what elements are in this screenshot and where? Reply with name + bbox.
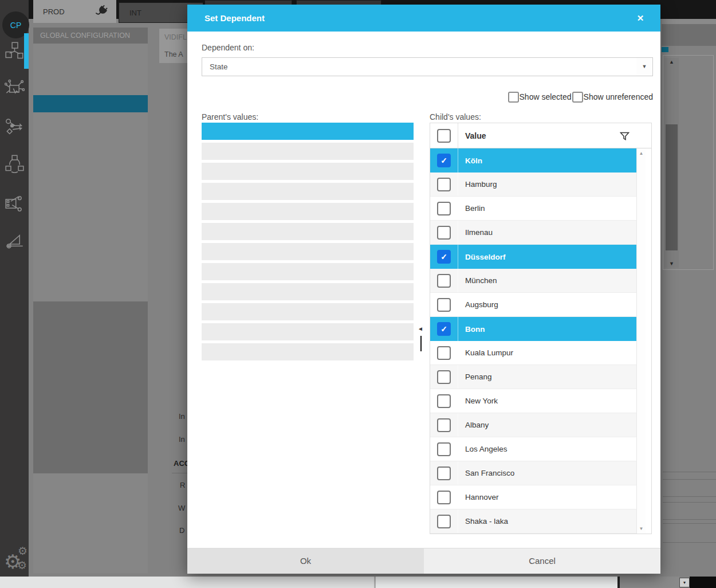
parent-value-item[interactable] [202,303,414,320]
parent-value-item[interactable] [202,163,414,180]
row-checkbox[interactable] [437,346,451,360]
sidebar-item[interactable] [33,164,148,181]
child-value-row[interactable]: Los Angeles [430,437,636,461]
row-checkbox[interactable] [437,178,451,191]
row-checkbox[interactable] [437,322,451,336]
child-value-row[interactable]: Augsburg [430,293,636,317]
background-scrollbar[interactable]: ▲ ▼ [664,58,679,268]
ok-button[interactable]: Ok [187,548,424,574]
row-checkbox-cell[interactable] [430,173,458,196]
sidebar-item[interactable] [33,233,148,250]
parent-value-item[interactable] [202,143,414,160]
sidebar-item[interactable] [33,95,148,112]
sidebar-item[interactable] [33,198,148,215]
sidebar-section[interactable] [33,430,148,445]
child-value-row[interactable]: Ilmenau [430,221,636,245]
parent-value-item[interactable] [202,183,414,200]
row-checkbox[interactable] [437,515,451,528]
row-checkbox-cell[interactable] [430,245,458,269]
child-value-row[interactable]: München [430,269,636,293]
sidebar-item[interactable] [33,130,148,147]
sidebar-item[interactable] [33,44,148,61]
table-scrollbar[interactable]: ▲ ▼ [636,148,646,534]
measure-tools-icon[interactable] [5,230,25,250]
sidebar-section[interactable] [33,445,148,459]
media-edit-icon[interactable] [5,194,25,214]
bottom-filter-button[interactable]: ▾ [679,578,690,587]
row-checkbox-cell[interactable] [430,341,458,364]
assets-cubes-icon[interactable] [5,41,25,61]
sidebar-item[interactable] [33,147,148,164]
row-checkbox[interactable] [437,442,451,456]
row-checkbox-cell[interactable] [430,148,458,173]
row-checkbox[interactable] [437,202,451,215]
show-selected-checkbox[interactable] [508,92,519,103]
child-value-row[interactable]: Düsseldorf [430,245,636,269]
scroll-up-icon[interactable]: ▲ [637,151,646,156]
sidebar-section[interactable] [33,402,148,416]
sidebar-section[interactable] [33,416,148,430]
sidebar-section[interactable] [33,459,148,473]
sidebar-section[interactable] [33,301,148,316]
row-checkbox[interactable] [437,154,451,167]
filter-funnel-icon[interactable] [620,132,630,143]
sidebar-item[interactable] [33,250,148,267]
sidebar-item[interactable] [33,284,148,301]
dependent-on-dropdown[interactable]: State ▼ [202,57,653,76]
child-value-row[interactable]: Hamburg [430,173,636,197]
row-checkbox-cell[interactable] [430,293,458,316]
child-value-row[interactable]: Bonn [430,317,636,341]
parent-value-item[interactable] [202,223,414,240]
row-checkbox[interactable] [437,226,451,240]
tab-prod[interactable]: PROD [33,0,116,23]
child-value-row[interactable]: Hannover [430,485,636,509]
select-all-checkbox[interactable] [437,129,451,143]
sidebar-item[interactable] [33,112,148,130]
splitter-handle[interactable] [420,336,422,351]
parent-value-item[interactable] [202,203,414,220]
close-icon[interactable]: ✕ [632,5,649,32]
show-unreferenced-checkbox[interactable] [572,92,583,103]
sidebar-item[interactable] [33,181,148,198]
row-checkbox-cell[interactable] [430,197,458,220]
row-checkbox-cell[interactable] [430,269,458,292]
row-checkbox-cell[interactable] [430,221,458,244]
sidebar-section[interactable] [33,316,148,330]
child-value-row[interactable]: Köln [430,148,636,173]
select-all-cell[interactable] [430,123,458,148]
collection-cycle-icon[interactable] [5,154,25,174]
child-value-row[interactable]: Albany [430,413,636,437]
row-checkbox-cell[interactable] [430,389,458,413]
row-checkbox[interactable] [437,418,451,432]
parent-value-item[interactable] [202,343,414,360]
parent-value-item[interactable] [202,263,414,280]
scroll-down-icon[interactable]: ▼ [664,260,679,268]
row-checkbox-cell[interactable] [430,509,458,533]
row-checkbox[interactable] [437,394,451,408]
parent-value-item[interactable] [202,243,414,260]
sidebar-section-header[interactable]: GLOBAL CONFIGURATION [33,28,148,44]
process-machine-icon[interactable] [5,79,25,99]
child-value-row[interactable]: San Francisco [430,461,636,485]
settings-gears-icon[interactable]: ⚙ ⚙ ⚙ [3,543,29,573]
row-checkbox-cell[interactable] [430,317,458,341]
row-checkbox-cell[interactable] [430,413,458,437]
child-value-row[interactable]: New York [430,389,636,413]
sidebar-section[interactable] [33,359,148,373]
splitter-arrow-icon[interactable]: ◄ [418,326,423,332]
parent-value-item[interactable] [202,323,414,340]
parent-value-item[interactable] [202,123,414,140]
row-checkbox[interactable] [437,467,451,480]
sidebar-item[interactable] [33,78,148,95]
row-checkbox-cell[interactable] [430,365,458,389]
sidebar-item[interactable] [33,267,148,284]
sidebar-section[interactable] [33,344,148,359]
cancel-button[interactable]: Cancel [424,548,660,574]
row-checkbox[interactable] [437,491,451,504]
sidebar-section[interactable] [33,330,148,344]
row-checkbox-cell[interactable] [430,461,458,485]
scroll-thumb[interactable] [666,124,678,250]
row-checkbox[interactable] [437,250,451,264]
child-value-row[interactable]: Berlin [430,197,636,221]
sidebar-item[interactable] [33,215,148,233]
